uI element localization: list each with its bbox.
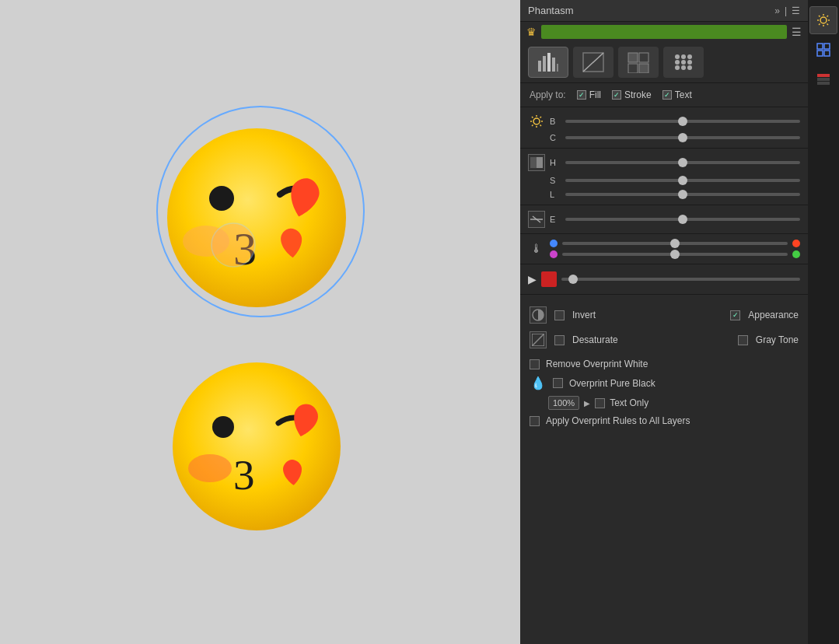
b-slider[interactable] — [565, 120, 800, 123]
tab-halftone[interactable] — [663, 47, 704, 78]
layers-toolbar-btn[interactable] — [809, 65, 837, 93]
green-progress-bar — [541, 25, 787, 39]
apply-overprint-label: Apply Overprint Rules to All Layers — [546, 415, 690, 426]
svg-point-25 — [687, 60, 692, 65]
c-slider[interactable] — [565, 136, 800, 139]
svg-rect-13 — [557, 64, 558, 72]
apply-overprint-row: Apply Overprint Rules to All Layers — [530, 412, 799, 429]
overprint-black-checkbox[interactable] — [553, 378, 563, 388]
invert-checkbox[interactable] — [554, 310, 565, 320]
svg-line-15 — [583, 53, 603, 72]
color-swatch[interactable] — [541, 271, 557, 287]
appearance-toolbar-btn[interactable] — [809, 6, 837, 34]
text-label: Text — [675, 89, 692, 100]
svg-rect-60 — [817, 82, 830, 85]
fill-checkbox[interactable]: ✓ — [577, 90, 586, 100]
svg-rect-55 — [824, 44, 830, 49]
emoji-top[interactable]: 3 — [159, 109, 362, 314]
remove-overprint-label: Remove Overprint White — [546, 359, 648, 369]
hsl-icon — [528, 154, 545, 171]
warm-slider[interactable] — [562, 242, 788, 245]
svg-line-35 — [540, 125, 542, 127]
svg-point-5 — [173, 362, 341, 530]
menu-icon[interactable]: ☰ — [792, 5, 800, 16]
apply-to-label: Apply to: — [530, 89, 566, 100]
text-checkbox[interactable]: ✓ — [662, 90, 672, 100]
svg-rect-11 — [547, 53, 551, 72]
appearance-label: Appearance — [748, 310, 799, 320]
divider: | — [785, 5, 787, 16]
svg-rect-16 — [628, 53, 638, 62]
svg-rect-56 — [817, 51, 823, 56]
gray-tone-checkbox[interactable] — [738, 335, 748, 345]
temperature-icon: 🌡 — [528, 242, 545, 256]
temperature-row: 🌡 — [520, 237, 808, 261]
tab-levels[interactable] — [573, 47, 614, 78]
contrast-row: C — [520, 131, 808, 145]
warm-slider-row — [550, 240, 800, 247]
color-replace-slider[interactable] — [561, 278, 800, 281]
svg-point-4 — [211, 223, 255, 267]
green-bar-menu-icon[interactable]: ☰ — [792, 26, 802, 38]
e-slider[interactable] — [565, 218, 800, 221]
desaturate-icon — [530, 331, 547, 348]
remove-overprint-checkbox[interactable] — [530, 359, 540, 369]
s-slider[interactable] — [565, 179, 800, 182]
tab-histogram[interactable] — [528, 47, 568, 78]
appearance-checkbox[interactable]: ✓ — [730, 310, 740, 320]
brightness-row: B — [520, 112, 808, 131]
svg-point-45 — [820, 17, 827, 23]
panel-header-icons: » | ☰ — [774, 5, 800, 16]
red-dot — [792, 240, 800, 247]
fill-check-item[interactable]: ✓ Fill — [577, 89, 601, 100]
tint-slider[interactable] — [562, 253, 788, 256]
svg-text:3: 3 — [233, 451, 255, 499]
apply-overprint-checkbox[interactable] — [530, 416, 540, 426]
l-slider[interactable] — [565, 193, 800, 196]
svg-point-2 — [209, 186, 234, 211]
svg-rect-39 — [537, 157, 543, 168]
text-only-label: Text Only — [610, 397, 648, 408]
svg-rect-18 — [628, 64, 638, 73]
stroke-label: Stroke — [624, 89, 652, 100]
desaturate-checkbox[interactable] — [554, 335, 565, 345]
percent-input[interactable]: 100% — [548, 396, 579, 410]
svg-rect-19 — [639, 64, 648, 73]
stroke-checkbox[interactable]: ✓ — [612, 90, 621, 100]
green-bar: ♛ ☰ — [520, 22, 808, 42]
expand-icon[interactable]: » — [774, 5, 780, 16]
text-only-checkbox[interactable] — [595, 398, 605, 408]
svg-line-51 — [827, 24, 829, 26]
b-label: B — [550, 117, 561, 126]
fill-label: Fill — [589, 89, 601, 100]
e-label: E — [550, 215, 561, 224]
h-slider[interactable] — [565, 161, 800, 164]
svg-point-6 — [188, 454, 232, 482]
svg-line-50 — [819, 16, 820, 17]
blue-dot — [550, 240, 558, 247]
temp-sliders — [550, 240, 800, 258]
e-icon-container — [528, 211, 545, 228]
tab-curves[interactable] — [618, 47, 659, 78]
l-label: L — [550, 190, 561, 199]
text-only-sub-row: 100% ▶ Text Only — [530, 394, 799, 412]
svg-line-34 — [532, 117, 533, 118]
s-label: S — [550, 176, 561, 185]
svg-point-0 — [167, 128, 346, 307]
overprint-black-label: Overprint Pure Black — [569, 378, 655, 389]
svg-rect-58 — [817, 74, 830, 77]
brightness-icon — [528, 114, 545, 128]
grid-toolbar-btn[interactable] — [809, 36, 837, 64]
svg-line-36 — [540, 117, 542, 118]
stroke-check-item[interactable]: ✓ Stroke — [612, 89, 652, 100]
panel-title: Phantasm — [528, 5, 770, 16]
emoji-bottom[interactable]: 3 — [167, 345, 354, 535]
svg-point-24 — [681, 60, 686, 65]
panel-header: Phantasm » | ☰ — [520, 0, 808, 22]
percent-arrow[interactable]: ▶ — [584, 399, 590, 408]
remove-overprint-row: Remove Overprint White — [530, 355, 799, 373]
svg-rect-59 — [817, 78, 830, 81]
text-check-item[interactable]: ✓ Text — [662, 89, 692, 100]
svg-point-22 — [687, 54, 692, 59]
far-right-toolbar — [808, 0, 839, 644]
